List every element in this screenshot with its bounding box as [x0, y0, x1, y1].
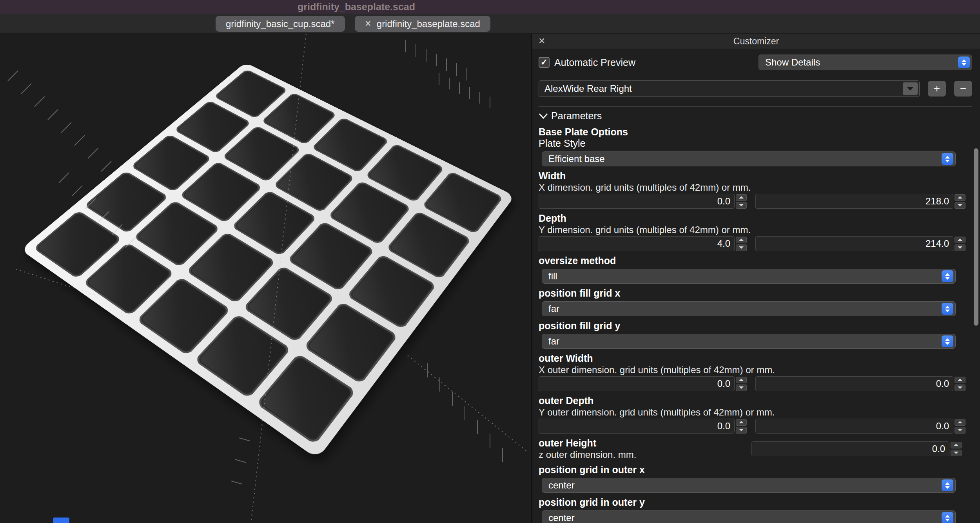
param-label: Depth — [539, 213, 972, 224]
param-group-position-fill-grid-y: position fill grid y far — [539, 320, 972, 349]
number-spinner — [951, 442, 962, 456]
depth-mm-input[interactable]: 214.0 — [755, 236, 953, 251]
spinner-down-icon[interactable] — [736, 385, 747, 391]
spinner-up-icon[interactable] — [736, 194, 747, 201]
preset-add-button[interactable]: + — [928, 81, 946, 97]
spinner-down-icon[interactable] — [955, 427, 965, 434]
section-label: Base Plate Options — [539, 126, 972, 138]
spinner-up-icon[interactable] — [736, 419, 747, 426]
tab-close-icon[interactable]: × — [365, 18, 371, 29]
automatic-preview-checkbox[interactable]: ✓ — [539, 57, 550, 68]
select-stepper-icon — [942, 512, 953, 523]
baseplate-3d-model — [20, 62, 515, 459]
plate-style-select[interactable]: Efficient base — [542, 151, 956, 166]
param-group-outer-depth: outer Depth Y outer dimension. grid unit… — [539, 395, 972, 434]
spinner-down-icon[interactable] — [736, 244, 747, 251]
customizer-content: ✓ Automatic Preview Show Details AlexWid… — [532, 55, 980, 523]
viewport-blue-indicator — [53, 518, 69, 523]
spinner-down-icon[interactable] — [955, 244, 965, 251]
oversize-method-select[interactable]: fill — [542, 269, 956, 284]
spinner-up-icon[interactable] — [955, 194, 965, 201]
outer-width-mm-input[interactable]: 0.0 — [755, 376, 953, 391]
spinner-up-icon[interactable] — [955, 377, 965, 383]
3d-scene — [0, 34, 532, 523]
number-spinner — [736, 237, 747, 251]
preset-combobox[interactable]: AlexWide Rear Right — [539, 80, 920, 97]
spinner-up-icon[interactable] — [955, 237, 965, 243]
depth-grid-input[interactable]: 4.0 — [539, 236, 735, 251]
automatic-preview-label: Automatic Preview — [554, 57, 635, 68]
spinner-down-icon[interactable] — [951, 450, 962, 456]
number-spinner — [955, 237, 965, 251]
param-group-outer-width: outer Width X outer dimension. grid unit… — [539, 353, 972, 391]
spinner-down-icon[interactable] — [955, 385, 965, 391]
main-area: × Customizer ✓ Automatic Preview Show De… — [0, 34, 980, 523]
param-group-position-grid-in-outer-x: position grid in outer x center — [539, 464, 972, 493]
select-stepper-icon — [958, 56, 970, 68]
window-titlebar: gridfinity_baseplate.scad — [0, 0, 980, 14]
param-description: X dimension. grid units (multiples of 42… — [539, 182, 972, 193]
param-description: Y dimension. grid units (multiples of 42… — [539, 224, 972, 235]
number-spinner — [955, 419, 965, 434]
3d-viewport[interactable] — [0, 34, 532, 523]
param-group-outer-height: outer Height z outer dimension. mm. 0.0 — [539, 437, 972, 460]
spinner-up-icon[interactable] — [951, 442, 962, 448]
number-spinner — [955, 194, 965, 209]
outer-depth-mm-input[interactable]: 0.0 — [755, 419, 953, 434]
spinner-up-icon[interactable] — [955, 419, 965, 426]
select-stepper-icon — [942, 270, 953, 282]
customizer-panel: × Customizer ✓ Automatic Preview Show De… — [532, 34, 980, 523]
param-label: oversize method — [539, 255, 972, 266]
chevron-down-icon — [539, 113, 548, 119]
outer-depth-grid-input[interactable]: 0.0 — [539, 419, 735, 434]
spinner-up-icon[interactable] — [736, 237, 747, 243]
tab-label: gridfinity_basic_cup.scad* — [226, 18, 335, 29]
param-label: Plate Style — [539, 138, 972, 149]
param-description: X outer dimension. grid units (multiples… — [539, 364, 972, 375]
preset-row: AlexWide Rear Right + − — [539, 80, 972, 97]
combo-dropdown-icon[interactable] — [903, 82, 918, 95]
panel-scrollbar-thumb[interactable] — [974, 148, 978, 326]
show-details-select[interactable]: Show Details — [759, 55, 972, 70]
position-fill-grid-y-select[interactable]: far — [542, 334, 956, 349]
param-group-depth: Depth Y dimension. grid units (multiples… — [539, 213, 972, 251]
select-stepper-icon — [942, 479, 953, 491]
param-label: position fill grid y — [539, 320, 972, 332]
width-mm-input[interactable]: 218.0 — [755, 194, 953, 209]
select-stepper-icon — [942, 335, 953, 347]
editor-tabbar: gridfinity_basic_cup.scad* × gridfinity_… — [0, 14, 980, 33]
spinner-down-icon[interactable] — [736, 427, 747, 434]
tab-baseplate[interactable]: × gridfinity_baseplate.scad — [355, 16, 490, 32]
number-spinner — [736, 377, 747, 391]
position-grid-in-outer-x-select[interactable]: center — [542, 478, 956, 493]
number-spinner — [736, 419, 747, 434]
parameters-header[interactable]: Parameters — [539, 109, 972, 122]
param-group-position-fill-grid-x: position fill grid x far — [539, 288, 972, 316]
preset-remove-button[interactable]: − — [954, 81, 972, 97]
customizer-close-icon[interactable]: × — [539, 35, 545, 47]
outer-height-mm-input[interactable]: 0.0 — [751, 441, 949, 456]
spinner-down-icon[interactable] — [955, 202, 965, 209]
position-fill-grid-x-select[interactable]: far — [542, 301, 956, 316]
select-stepper-icon — [942, 303, 953, 315]
position-grid-in-outer-y-select[interactable]: center — [542, 510, 956, 523]
tab-label: gridfinity_baseplate.scad — [377, 18, 480, 29]
param-group-width: Width X dimension. grid units (multiples… — [539, 170, 972, 209]
outer-width-grid-input[interactable]: 0.0 — [539, 376, 735, 391]
spinner-up-icon[interactable] — [736, 377, 747, 383]
param-label: position grid in outer y — [539, 497, 972, 508]
parameters-label: Parameters — [551, 110, 602, 122]
preview-row: ✓ Automatic Preview Show Details — [539, 55, 972, 70]
param-label: Width — [539, 170, 972, 182]
check-icon: ✓ — [541, 57, 548, 67]
width-grid-input[interactable]: 0.0 — [539, 194, 735, 209]
preset-value: AlexWide Rear Right — [544, 83, 632, 94]
tab-basic-cup[interactable]: gridfinity_basic_cup.scad* — [216, 16, 345, 32]
openscad-window: gridfinity_baseplate.scad gridfinity_bas… — [0, 0, 980, 523]
param-group-oversize-method: oversize method fill — [539, 255, 972, 284]
param-label: position grid in outer x — [539, 464, 972, 476]
param-description: Y outer dimension. grid units (multiples… — [539, 406, 972, 418]
divider — [539, 106, 972, 107]
spinner-down-icon[interactable] — [736, 202, 747, 209]
param-label: outer Depth — [539, 395, 972, 406]
